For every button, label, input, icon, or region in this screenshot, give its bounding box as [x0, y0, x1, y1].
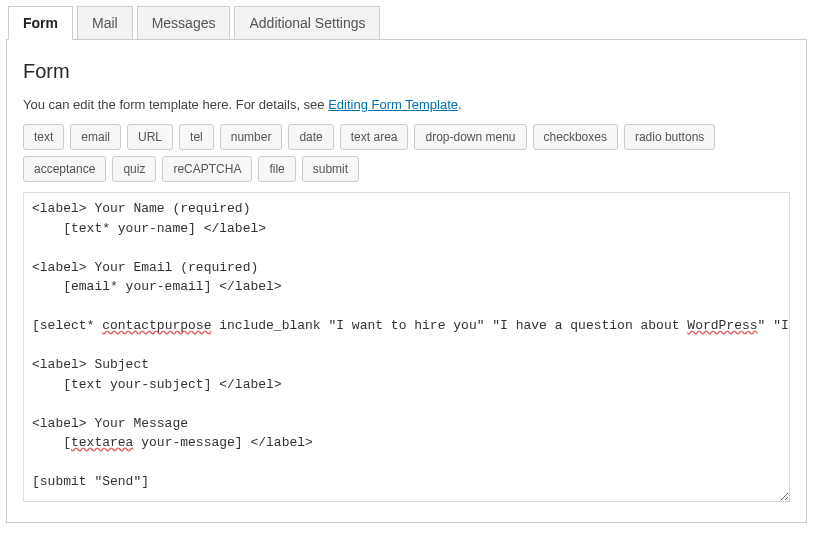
tag-button-radio-buttons[interactable]: radio buttons	[624, 124, 715, 150]
tag-button-drop-down-menu[interactable]: drop-down menu	[414, 124, 526, 150]
tag-button-tel[interactable]: tel	[179, 124, 214, 150]
editing-form-template-link[interactable]: Editing Form Template	[328, 97, 458, 112]
tag-button-checkboxes[interactable]: checkboxes	[533, 124, 618, 150]
desc-text: You can edit the form template here. For…	[23, 97, 328, 112]
panel-heading: Form	[23, 60, 790, 83]
tag-button-file[interactable]: file	[258, 156, 295, 182]
tab-mail[interactable]: Mail	[77, 6, 133, 39]
panel-description: You can edit the form template here. For…	[23, 97, 790, 112]
tag-button-quiz[interactable]: quiz	[112, 156, 156, 182]
tab-additional-settings[interactable]: Additional Settings	[234, 6, 380, 39]
tag-button-date[interactable]: date	[288, 124, 333, 150]
tag-button-email[interactable]: email	[70, 124, 121, 150]
tab-messages[interactable]: Messages	[137, 6, 231, 39]
tab-bar: Form Mail Messages Additional Settings	[6, 6, 807, 39]
tag-button-acceptance[interactable]: acceptance	[23, 156, 106, 182]
tag-buttons-bar: textemailURLtelnumberdatetext areadrop-d…	[23, 124, 790, 182]
form-template-editor[interactable]: <label> Your Name (required) [text* your…	[23, 192, 790, 502]
desc-suffix: .	[458, 97, 462, 112]
tag-button-recaptcha[interactable]: reCAPTCHA	[162, 156, 252, 182]
tab-form[interactable]: Form	[8, 6, 73, 40]
tag-button-text-area[interactable]: text area	[340, 124, 409, 150]
tag-button-url[interactable]: URL	[127, 124, 173, 150]
tag-button-submit[interactable]: submit	[302, 156, 359, 182]
tag-button-number[interactable]: number	[220, 124, 283, 150]
tag-button-text[interactable]: text	[23, 124, 64, 150]
form-panel: Form You can edit the form template here…	[6, 39, 807, 523]
